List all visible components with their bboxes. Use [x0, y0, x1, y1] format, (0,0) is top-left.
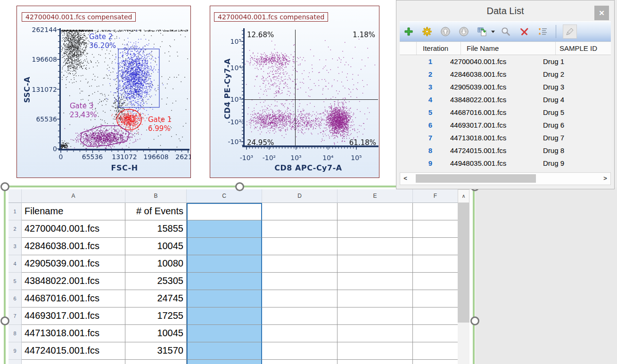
- cell-d[interactable]: [262, 290, 337, 307]
- cell-e[interactable]: [337, 342, 413, 360]
- cell-f[interactable]: [413, 203, 458, 220]
- cell-b[interactable]: 31570: [125, 342, 187, 360]
- sort-icon[interactable]: [537, 26, 548, 37]
- scrollbar-thumb[interactable]: [416, 174, 536, 183]
- column-header-iteration[interactable]: Iteration: [416, 42, 461, 55]
- cell-a[interactable]: 44687016.001.fcs: [22, 290, 125, 307]
- cell-b[interactable]: 10045: [125, 238, 187, 255]
- selection-frame-left[interactable]: [4, 186, 6, 364]
- row-header[interactable]: 10: [8, 360, 22, 364]
- gate3-polygon[interactable]: [81, 126, 129, 146]
- data-list-row[interactable]: 242846038.001.fcsDrug 2: [400, 68, 611, 81]
- cell-c[interactable]: [187, 203, 262, 220]
- data-list-panel[interactable]: Data List ✕: [396, 0, 615, 189]
- corner-cell[interactable]: [8, 189, 22, 203]
- column-header-file-name[interactable]: File Name: [461, 42, 555, 55]
- cell-f[interactable]: [413, 342, 458, 360]
- cell-a[interactable]: 44713018.001.fcs: [22, 325, 125, 342]
- cell-a[interactable]: 42905039.001.fcs: [22, 255, 125, 273]
- column-header-F[interactable]: F: [413, 189, 458, 203]
- cell-e[interactable]: [337, 325, 413, 342]
- row-header[interactable]: 3: [8, 238, 22, 255]
- selection-handle-top-center[interactable]: [235, 182, 244, 191]
- move-up-icon[interactable]: [440, 26, 451, 37]
- cell-b[interactable]: 17255: [125, 307, 187, 325]
- cell-d[interactable]: [262, 238, 337, 255]
- selection-handle-left-center[interactable]: [0, 316, 9, 325]
- cell-a[interactable]: [22, 360, 125, 364]
- column-header-sample-id[interactable]: SAMPLE ID: [555, 42, 610, 55]
- cell-c[interactable]: [187, 255, 262, 273]
- cell-b[interactable]: 24745: [125, 290, 187, 307]
- cell-b[interactable]: 10080: [125, 255, 187, 273]
- cell-a[interactable]: 43848022.001.fcs: [22, 273, 125, 290]
- row-header[interactable]: 4: [8, 255, 22, 273]
- column-header-A[interactable]: A: [22, 189, 125, 203]
- cell-a[interactable]: 44724015.001.fcs: [22, 342, 125, 360]
- cell-e[interactable]: [337, 360, 413, 364]
- scroll-left-arrow[interactable]: <: [400, 173, 411, 184]
- cell-b[interactable]: # of Events: [125, 203, 187, 220]
- cell-c[interactable]: [187, 342, 262, 360]
- data-list-row[interactable]: 744713018.001.fcsDrug 7: [400, 131, 611, 144]
- column-header-C[interactable]: C: [187, 189, 262, 203]
- column-header-D[interactable]: D: [262, 189, 337, 203]
- cell-f[interactable]: [413, 325, 458, 342]
- cell-d[interactable]: [262, 273, 337, 290]
- scatter-plot-fsc-ssc[interactable]: 42700040.001.fcs compensated 262144 1966…: [16, 6, 191, 178]
- data-list-row[interactable]: 443848022.001.fcsDrug 4: [400, 93, 611, 106]
- cell-f[interactable]: [413, 220, 458, 238]
- cell-e[interactable]: [337, 255, 413, 273]
- cell-c[interactable]: [187, 220, 262, 238]
- data-list-row[interactable]: 944948035.001.fcsDrug 9: [400, 157, 611, 170]
- move-down-icon[interactable]: [459, 26, 469, 37]
- selection-handle-top-left[interactable]: [0, 182, 9, 191]
- dropdown-caret-icon[interactable]: [491, 26, 496, 37]
- scatter-plot-cd8-cd4[interactable]: 42700040.001.fcs compensated 10⁵ 10⁴ 10³…: [210, 6, 379, 178]
- cell-d[interactable]: [262, 360, 337, 364]
- cell-c[interactable]: [187, 290, 262, 307]
- selection-handle-right-center[interactable]: [470, 316, 479, 325]
- cell-f[interactable]: [413, 290, 458, 307]
- cell-e[interactable]: [337, 238, 413, 255]
- data-list-row[interactable]: 844724015.001.fcsDrug 8: [400, 144, 611, 157]
- selection-frame-right[interactable]: [473, 186, 475, 364]
- cell-b[interactable]: 10045: [125, 325, 187, 342]
- cell-d[interactable]: [262, 255, 337, 273]
- cell-a[interactable]: Filename: [22, 203, 125, 220]
- cell-e[interactable]: [337, 307, 413, 325]
- cell-e[interactable]: [337, 290, 413, 307]
- cell-b[interactable]: 15855: [125, 220, 187, 238]
- export-icon[interactable]: [477, 26, 487, 37]
- cell-d[interactable]: [262, 203, 337, 220]
- cell-b[interactable]: [125, 360, 187, 364]
- column-header-B[interactable]: B: [125, 189, 187, 203]
- data-list-title-bar[interactable]: Data List ✕: [396, 0, 614, 21]
- scroll-right-arrow[interactable]: >: [600, 173, 610, 184]
- cell-a[interactable]: 42700040.001.fcs: [22, 220, 125, 238]
- scroll-up-button[interactable]: ∧: [458, 189, 469, 203]
- row-header[interactable]: 7: [8, 307, 22, 325]
- row-header[interactable]: 2: [8, 220, 22, 238]
- close-icon[interactable]: ✕: [594, 6, 609, 20]
- spreadsheet-vertical-scrollbar[interactable]: ∧: [458, 189, 469, 364]
- cell-f[interactable]: [413, 307, 458, 325]
- cell-e[interactable]: [337, 220, 413, 238]
- cell-a[interactable]: 42846038.001.fcs: [22, 238, 125, 255]
- gate2-rectangle[interactable]: [118, 49, 159, 107]
- data-list-row[interactable]: 142700040.001.fcsDrug 1: [400, 55, 611, 68]
- search-icon[interactable]: [501, 26, 511, 37]
- cell-d[interactable]: [262, 325, 337, 342]
- data-list-row[interactable]: 342905039.001.fcsDrug 3: [400, 81, 611, 93]
- data-list-row[interactable]: 644693017.001.fcsDrug 6: [400, 119, 611, 131]
- settings-gear-icon[interactable]: [422, 26, 432, 37]
- delete-icon[interactable]: [519, 26, 529, 37]
- column-header-E[interactable]: E: [337, 189, 413, 203]
- cell-e[interactable]: [337, 273, 413, 290]
- cell-a[interactable]: 44693017.001.fcs: [22, 307, 125, 325]
- cell-f[interactable]: [413, 273, 458, 290]
- cell-f[interactable]: [413, 255, 458, 273]
- row-header[interactable]: 9: [8, 342, 22, 360]
- data-list-horizontal-scrollbar[interactable]: < >: [400, 172, 611, 185]
- scrollbar-thumb[interactable]: [458, 203, 469, 323]
